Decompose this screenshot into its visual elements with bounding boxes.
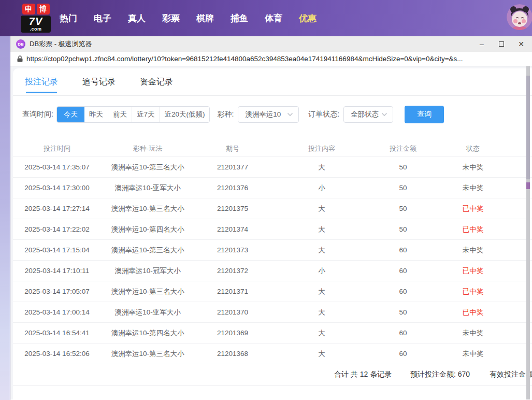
- bet-time: 2025-03-14 17:00:14: [13, 308, 101, 316]
- bet-time: 2025-03-14 17:05:07: [13, 288, 101, 295]
- table-row: 2025-03-14 17:15:04澳洲幸运10-第三名大小21201373大…: [13, 240, 532, 261]
- bet-status: 未中奖: [434, 163, 512, 172]
- bet-status: 已中奖: [434, 266, 512, 276]
- nav-item[interactable]: 棋牌: [188, 12, 222, 24]
- table-row: 2025-03-14 16:52:06澳洲幸运10-第三名大小21201368大…: [13, 344, 532, 364]
- filter-bar: 查询时间: 今天昨天前天近7天近20天(低频) 彩种: 澳洲幸运10 订单状态:…: [13, 106, 532, 123]
- column-header: 彩种-玩法: [101, 144, 194, 153]
- table-row: 2025-03-14 17:05:07澳洲幸运10-第三名大小21201371大…: [13, 281, 532, 302]
- time-range-group: 今天昨天前天近7天近20天(低频): [56, 106, 210, 123]
- nav-item[interactable]: 优惠: [291, 12, 325, 24]
- db-favicon-icon: DB: [16, 39, 25, 49]
- play-type: 澳洲幸运10-第四名大小: [101, 328, 194, 338]
- table-row: 2025-03-14 16:54:41澳洲幸运10-第四名大小21201369大…: [13, 323, 532, 344]
- bet-amount: 50: [372, 308, 434, 316]
- table-header-row: 投注时间彩种-玩法期号投注内容投注金额状态: [13, 141, 532, 157]
- play-type: 澳洲幸运10-第三名大小: [101, 349, 194, 359]
- bet-amount: 50: [372, 184, 434, 192]
- logo-chip-shen: 申: [22, 4, 35, 15]
- site-logo[interactable]: 申 博 7V .com: [21, 4, 51, 33]
- bet-status: 已中奖: [434, 287, 512, 296]
- bet-time: 2025-03-14 17:15:04: [13, 246, 101, 254]
- play-type: 澳洲幸运10-第三名大小: [101, 246, 194, 255]
- chevron-down-icon: [287, 112, 293, 117]
- lottery-type-select[interactable]: 澳洲幸运10: [238, 106, 299, 123]
- footer-total-count: 合计 共 12 条记录: [334, 370, 392, 379]
- play-type: 澳洲幸运10-第三名大小: [101, 287, 194, 296]
- window-titlebar: DB DB彩票 - 极速浏览器 – ✕: [10, 36, 532, 52]
- time-range-option[interactable]: 今天: [57, 107, 84, 122]
- play-type: 澳洲幸运10-亚军大小: [101, 183, 194, 193]
- time-range-option[interactable]: 近7天: [132, 107, 160, 122]
- browser-window: DB DB彩票 - 极速浏览器 – ✕ https://ctop02pchwp1…: [10, 36, 532, 400]
- minimize-button[interactable]: –: [472, 36, 492, 52]
- logo-7v-text: 7V: [21, 16, 51, 27]
- issue-number: 21201373: [194, 246, 271, 254]
- time-range-option[interactable]: 前天: [108, 107, 132, 122]
- bet-amount: 60: [372, 329, 434, 337]
- bet-status: 未中奖: [434, 183, 512, 193]
- play-type: 澳洲幸运10-第三名大小: [101, 204, 194, 213]
- scrollbar-thumb[interactable]: [526, 76, 530, 179]
- logo-chip-bo: 博: [37, 4, 50, 15]
- nav-item[interactable]: 捕鱼: [222, 12, 256, 24]
- query-time-label: 查询时间:: [22, 110, 53, 119]
- avatar-illustration: [507, 4, 532, 30]
- bet-time: 2025-03-14 17:35:07: [13, 163, 101, 171]
- site-topbar: 申 博 7V .com 热门电子真人彩票棋牌捕鱼体育优惠: [0, 0, 532, 36]
- bet-amount: 60: [372, 246, 434, 254]
- window-title: DB彩票 - 极速浏览器: [30, 39, 92, 49]
- nav-item[interactable]: 彩票: [154, 12, 188, 24]
- bet-amount: 50: [372, 225, 434, 233]
- tab-fund-records[interactable]: 资金记录: [140, 68, 173, 95]
- bet-content: 大: [271, 204, 372, 213]
- bet-status: 已中奖: [434, 225, 512, 234]
- nav-item[interactable]: 电子: [85, 12, 120, 24]
- tab-chase-records[interactable]: 追号记录: [82, 68, 116, 95]
- page-content: 投注记录 追号记录 资金记录 查询时间: 今天昨天前天近7天近20天(低频) 彩…: [10, 66, 532, 399]
- issue-number: 21201376: [194, 184, 271, 192]
- column-header: 期号: [194, 144, 271, 153]
- column-header: 投注内容: [271, 144, 372, 153]
- bet-content: 大: [271, 246, 372, 255]
- table-row: 2025-03-14 17:22:02澳洲幸运10-第四名大小21201374大…: [13, 219, 532, 240]
- table-row: 2025-03-14 17:30:00澳洲幸运10-亚军大小21201376小5…: [13, 178, 532, 198]
- issue-number: 21201375: [194, 205, 271, 212]
- bet-status: 未中奖: [434, 246, 512, 255]
- issue-number: 21201371: [194, 288, 271, 295]
- maximize-button[interactable]: [492, 36, 511, 52]
- issue-number: 21201369: [194, 329, 271, 337]
- bet-amount: 50: [372, 205, 434, 212]
- nav-item[interactable]: 真人: [120, 12, 154, 24]
- issue-number: 21201374: [194, 225, 271, 233]
- url-text[interactable]: https://ctop02pchwp1.zfnc84.com/lottery/…: [26, 55, 524, 63]
- play-type: 澳洲幸运10-第三名大小: [101, 163, 194, 172]
- column-header: 投注金额: [372, 144, 434, 153]
- table-row: 2025-03-14 17:35:07澳洲幸运10-第三名大小21201377大…: [13, 157, 532, 178]
- bet-content: 大: [271, 287, 372, 296]
- time-range-option[interactable]: 昨天: [84, 107, 108, 122]
- search-button[interactable]: 查询: [405, 106, 444, 123]
- bet-status: 未中奖: [434, 349, 512, 359]
- play-type: 澳洲幸运10-第四名大小: [101, 225, 194, 234]
- nav-item[interactable]: 体育: [256, 12, 291, 24]
- bet-content: 大: [271, 328, 372, 338]
- page-scrollbar[interactable]: [526, 66, 530, 399]
- bet-time: 2025-03-14 17:22:02: [13, 225, 101, 233]
- time-range-option[interactable]: 近20天(低频): [159, 107, 209, 122]
- nav-item[interactable]: 热门: [51, 12, 85, 24]
- window-controls: – ✕: [472, 36, 531, 52]
- play-type: 澳洲幸运10-亚军大小: [101, 308, 194, 317]
- table-footer: 合计 共 12 条记录 预计投注金额: 670 有效投注金额: [13, 364, 532, 385]
- order-status-select[interactable]: 全部状态: [343, 106, 393, 123]
- bet-content: 小: [271, 183, 372, 193]
- tab-bet-records[interactable]: 投注记录: [25, 68, 58, 95]
- user-avatar[interactable]: [507, 4, 532, 30]
- table-row: 2025-03-14 17:27:14澳洲幸运10-第三名大小21201375大…: [13, 198, 532, 219]
- logo-chips: 申 博: [21, 4, 51, 15]
- order-status-label: 订单状态:: [308, 110, 339, 119]
- address-bar[interactable]: https://ctop02pchwp1.zfnc84.com/lottery/…: [10, 52, 532, 66]
- column-header: 投注时间: [13, 144, 101, 153]
- close-button[interactable]: ✕: [511, 36, 531, 52]
- bet-time: 2025-03-14 17:30:00: [13, 184, 101, 192]
